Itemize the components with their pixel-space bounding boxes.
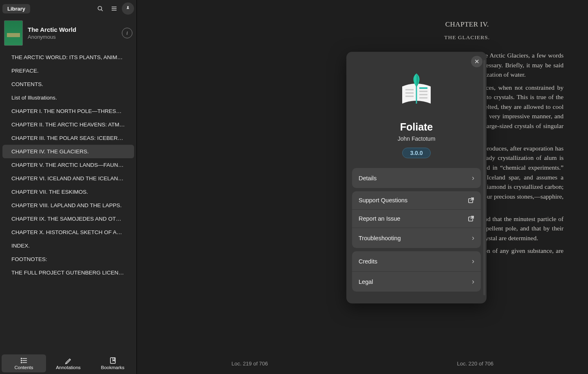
- about-report-row[interactable]: Report an Issue: [352, 209, 481, 228]
- toc-item[interactable]: CHAPTER VII. THE ESKIMOS.: [2, 185, 134, 199]
- search-button[interactable]: [94, 2, 106, 15]
- tab-label: Annotations: [56, 365, 81, 370]
- svg-point-8: [21, 358, 22, 359]
- book-author: Anonymous: [28, 34, 117, 40]
- search-icon: [97, 5, 104, 12]
- toc-item[interactable]: CHAPTER IV. THE GLACIERS.: [2, 145, 134, 158]
- about-legal-row[interactable]: Legal ›: [352, 271, 481, 292]
- about-support-row[interactable]: Support Questions: [352, 191, 481, 209]
- row-label: Details: [359, 175, 377, 181]
- tab-label: Bookmarks: [101, 365, 125, 370]
- book-info-button[interactable]: i: [122, 28, 132, 38]
- pencil-icon: [65, 357, 72, 364]
- chevron-right-icon: ›: [472, 257, 474, 266]
- toc-item[interactable]: CHAPTER VIII. LAPLAND AND THE LAPPS.: [2, 199, 134, 212]
- list-icon: [20, 357, 28, 364]
- library-label: Library: [7, 6, 25, 12]
- app-logo: [392, 68, 441, 117]
- chapter-subheading: THE GLACIERS.: [371, 34, 564, 41]
- about-scroll[interactable]: Foliate John Factotum 3.0.0 Details › Su…: [346, 52, 487, 303]
- sidebar-top: Library: [0, 0, 137, 17]
- bookmark-icon: [109, 357, 117, 364]
- chevron-right-icon: ›: [472, 234, 474, 242]
- menu-button[interactable]: [108, 2, 120, 15]
- about-dialog: ✕ Foliate John Factotum: [346, 52, 487, 303]
- toc-item[interactable]: CHAPTER I. THE NORTH POLE—THRESHOLD …: [2, 104, 134, 118]
- sidebar: Library The Arctic World Anonymous i THE…: [0, 0, 137, 374]
- close-button[interactable]: ✕: [471, 56, 482, 67]
- row-label: Report an Issue: [359, 215, 400, 222]
- svg-point-0: [98, 7, 102, 10]
- book-meta: The Arctic World Anonymous: [28, 26, 117, 40]
- toc-item[interactable]: CHAPTER X. HISTORICAL SKETCH OF ARCTIC …: [2, 226, 134, 239]
- about-credits-row[interactable]: Credits ›: [352, 251, 481, 271]
- book-cover: [4, 20, 23, 46]
- app-version: 3.0.0: [402, 148, 430, 158]
- row-label: Troubleshooting: [359, 235, 401, 241]
- chevron-right-icon: ›: [472, 277, 474, 286]
- toc-item[interactable]: CHAPTER II. THE ARCTIC HEAVENS: ATMOSP…: [2, 118, 134, 131]
- tab-label: Contents: [14, 365, 33, 370]
- sidebar-tabs: Contents Annotations Bookmarks: [0, 353, 137, 374]
- toc-item[interactable]: INDEX.: [2, 239, 134, 252]
- toc-item[interactable]: CONTENTS.: [2, 77, 134, 91]
- tab-annotations[interactable]: Annotations: [46, 354, 90, 372]
- chapter-heading: CHAPTER IV.: [371, 20, 564, 29]
- book-header: The Arctic World Anonymous i: [0, 17, 137, 50]
- book-title: The Arctic World: [28, 26, 117, 33]
- toc-item[interactable]: THE ARCTIC WORLD: ITS PLANTS, ANIMALS, …: [2, 51, 134, 64]
- pin-button[interactable]: [122, 2, 134, 15]
- row-label: Support Questions: [359, 197, 407, 204]
- toc-item[interactable]: PREFACE.: [2, 64, 134, 77]
- toc-item[interactable]: THE FULL PROJECT GUTENBERG LICENSE: [2, 266, 134, 279]
- tab-contents[interactable]: Contents: [2, 354, 46, 372]
- about-troubleshoot-row[interactable]: Troubleshooting ›: [352, 228, 481, 248]
- app-developer: John Factotum: [352, 135, 481, 142]
- toc-item[interactable]: List of Illustrations.: [2, 91, 134, 104]
- library-button[interactable]: Library: [2, 4, 30, 13]
- external-link-icon: [468, 215, 474, 222]
- svg-point-10: [21, 362, 22, 363]
- table-of-contents[interactable]: THE ARCTIC WORLD: ITS PLANTS, ANIMALS, ……: [0, 50, 137, 353]
- svg-line-1: [101, 10, 103, 11]
- external-link-icon: [468, 197, 474, 204]
- toc-item[interactable]: CHAPTER V. THE ARCTIC LANDS—FAUNA—F…: [2, 158, 134, 172]
- close-icon: ✕: [474, 58, 480, 65]
- reader-area: CHAPTER IV. THE GLACIERS. As introductor…: [137, 0, 588, 374]
- hamburger-icon: [111, 5, 117, 12]
- tab-bookmarks[interactable]: Bookmarks: [90, 354, 135, 372]
- toc-item[interactable]: CHAPTER VI. ICELAND AND THE ICELANDERS.: [2, 172, 134, 185]
- toc-item[interactable]: FOOTNOTES:: [2, 252, 134, 266]
- row-label: Credits: [359, 258, 377, 265]
- pin-icon: [125, 6, 131, 11]
- app-name: Foliate: [352, 121, 481, 133]
- toc-item[interactable]: CHAPTER IX. THE SAMOJEDES AND OTHER T…: [2, 212, 134, 226]
- row-label: Legal: [359, 279, 373, 285]
- about-details-row[interactable]: Details ›: [352, 168, 481, 188]
- toc-item[interactable]: CHAPTER III. THE POLAR SEAS: ICEBERGS—I…: [2, 131, 134, 145]
- chevron-right-icon: ›: [472, 174, 474, 182]
- page-left: [137, 0, 363, 374]
- svg-point-9: [21, 360, 22, 361]
